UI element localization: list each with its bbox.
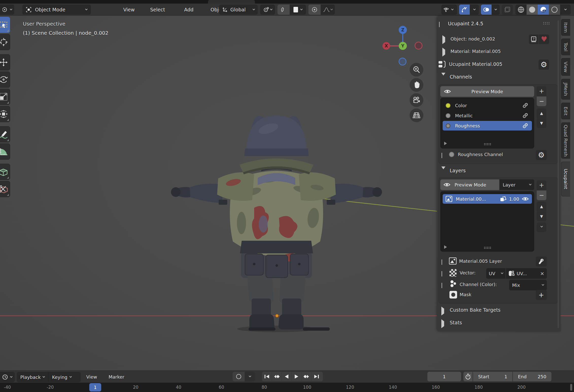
frame-start-field[interactable]: Start 1	[473, 372, 512, 381]
layer-visibility-eye-icon[interactable]	[522, 196, 529, 201]
tool-select-box[interactable]	[0, 17, 10, 33]
custom-bake-targets-arrow[interactable]	[441, 309, 444, 313]
layer-row[interactable]: Material.00... 1.00	[443, 194, 532, 204]
menu-timeline-view[interactable]: View	[86, 371, 97, 383]
snap-target-dropdown[interactable]	[290, 5, 306, 15]
object-expand-arrow[interactable]	[442, 37, 445, 42]
link-icon[interactable]	[522, 113, 528, 119]
layer-add-button[interactable]: +	[537, 180, 546, 190]
menu-view[interactable]: View	[123, 4, 135, 16]
auto-keying-toggle[interactable]	[233, 372, 245, 381]
layer-move-down-button[interactable]: ▼	[537, 212, 546, 221]
layers-filter-dropdown[interactable]: Layer	[500, 179, 534, 190]
channel-move-up-button[interactable]: ▲	[537, 108, 546, 118]
shading-wireframe-button[interactable]	[515, 5, 527, 15]
tool-move[interactable]	[0, 54, 10, 70]
tab-ucupaint[interactable]: Ucupaint	[561, 162, 570, 196]
overlays-dropdown[interactable]	[492, 5, 500, 15]
link-icon[interactable]	[522, 123, 528, 129]
jump-to-start-button[interactable]	[262, 372, 272, 381]
channel-add-button[interactable]: +	[537, 86, 546, 96]
playhead-frame-badge[interactable]: 1	[89, 383, 101, 391]
vector-mode-dropdown[interactable]: UV	[486, 268, 506, 279]
channels-preview-mode-button[interactable]: Preview Mode	[440, 86, 534, 97]
shading-rendered-button[interactable]	[549, 5, 560, 15]
tab-tool[interactable]: Tool	[561, 39, 570, 55]
pivot-point-dropdown[interactable]	[260, 5, 275, 15]
layers-preview-mode-button[interactable]: Preview Mode	[440, 179, 499, 190]
zoom-button[interactable]	[410, 63, 423, 77]
layer-props-title[interactable]: Material.005 Layer	[459, 258, 502, 264]
workspace-active-tab[interactable]	[208, 0, 255, 4]
list-resize-grip[interactable]	[484, 247, 491, 249]
editor-type-button[interactable]	[0, 5, 14, 15]
mode-dropdown[interactable]: Object Mode	[22, 5, 91, 15]
tab-jmesh[interactable]: JMesh	[561, 79, 570, 100]
tool-scale[interactable]	[0, 89, 10, 105]
panel-title[interactable]: Ucupaint 2.4.5	[448, 21, 483, 26]
object-visibility-dropdown[interactable]	[441, 5, 457, 15]
uv-map-field[interactable]: UV... ×	[506, 268, 547, 279]
channel-move-down-button[interactable]: ▼	[537, 118, 546, 128]
menu-marker[interactable]: Marker	[109, 371, 124, 383]
jump-to-end-button[interactable]	[311, 372, 321, 381]
object-row-label[interactable]: Object: node_0.002	[450, 36, 495, 42]
menu-add[interactable]: Add	[184, 4, 194, 16]
vector-expand[interactable]	[442, 271, 442, 276]
tool-transform[interactable]	[0, 106, 10, 122]
channel-row-color[interactable]: Color	[443, 101, 532, 110]
auto-keying-dropdown[interactable]	[245, 372, 255, 381]
ucupaint-settings-button[interactable]: ⚙	[538, 60, 549, 70]
material-row-label[interactable]: Material: Material.005	[450, 49, 501, 54]
tool-measure[interactable]	[0, 143, 10, 160]
tab-edit[interactable]: Edit	[561, 103, 570, 119]
proportional-editing-toggle[interactable]	[308, 5, 321, 15]
list-expand-arrow[interactable]	[444, 142, 447, 145]
layers-header[interactable]: Layers	[450, 168, 466, 173]
channels-header[interactable]: Channels	[450, 74, 472, 80]
link-icon[interactable]	[522, 102, 528, 108]
object-origin-dot[interactable]	[275, 314, 279, 318]
panel-collapse-chevron[interactable]	[439, 22, 440, 27]
ruler-scrollbar[interactable]	[570, 384, 572, 391]
xray-toggle[interactable]	[502, 5, 513, 15]
timeline-editor-type-button[interactable]	[0, 372, 15, 382]
orthographic-toggle-button[interactable]	[410, 108, 423, 122]
tool-bisect[interactable]	[0, 181, 10, 197]
tool-annotate[interactable]	[0, 126, 10, 142]
menu-playback[interactable]: Playback	[17, 372, 48, 382]
tab-quad-remesh[interactable]: Quad Remesh	[561, 122, 570, 159]
material-expand-arrow[interactable]	[442, 50, 445, 54]
axis-gizmo[interactable]: Z X Y	[380, 20, 426, 68]
layer-advanced-button[interactable]	[536, 256, 547, 267]
snap-toggle[interactable]	[277, 5, 290, 15]
blend-mode-dropdown[interactable]: Mix	[509, 280, 547, 290]
camera-view-button[interactable]	[410, 93, 423, 107]
workspace-tab-strip[interactable]	[0, 0, 574, 4]
show-overlays-toggle[interactable]	[481, 5, 492, 15]
channels-collapse-arrow[interactable]	[441, 76, 445, 80]
next-keyframe-button[interactable]	[302, 372, 311, 381]
pan-button[interactable]	[410, 78, 423, 92]
tool-add-cube[interactable]	[0, 164, 10, 180]
tool-cursor[interactable]	[0, 34, 10, 50]
layer-menu-button[interactable]	[537, 222, 546, 232]
stats-header[interactable]: Stats	[450, 320, 462, 325]
tool-rotate[interactable]	[0, 71, 10, 88]
channel-remove-button[interactable]: −	[537, 97, 546, 106]
play-reverse-button[interactable]	[282, 372, 292, 381]
layer-remove-button[interactable]: −	[537, 191, 546, 200]
gizmos-dropdown[interactable]	[470, 5, 479, 15]
menu-select[interactable]: Select	[150, 4, 165, 16]
custom-bake-targets-header[interactable]: Custom Bake Targets	[450, 307, 500, 313]
play-button[interactable]	[292, 372, 302, 381]
panel-drag-handle[interactable]	[543, 22, 550, 25]
current-frame-field[interactable]: 1	[427, 372, 461, 381]
stats-arrow[interactable]	[441, 321, 444, 326]
frame-end-field[interactable]: End 250	[513, 372, 551, 381]
prev-keyframe-button[interactable]	[272, 372, 282, 381]
list-expand-arrow[interactable]	[444, 245, 447, 249]
shading-solid-button[interactable]	[527, 5, 538, 15]
menu-keying[interactable]: Keying	[48, 372, 75, 382]
channel-row-metallic[interactable]: Metallic	[443, 111, 532, 120]
